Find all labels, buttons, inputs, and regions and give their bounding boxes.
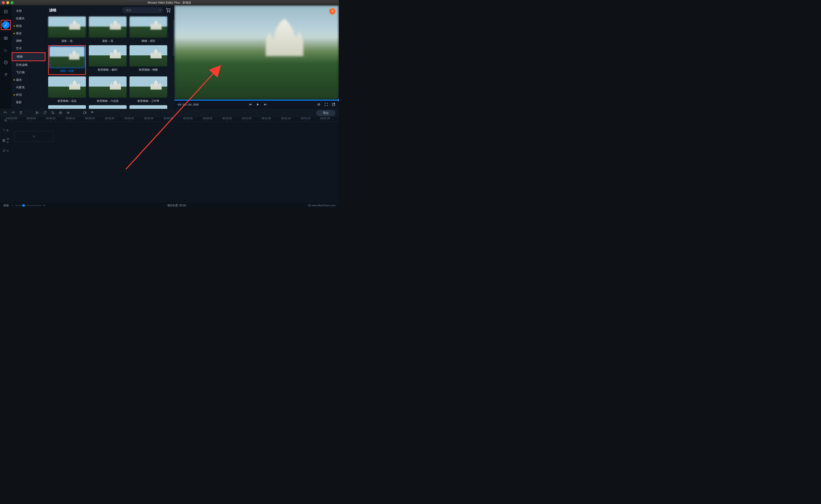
filter-panel-header: 滤镜 × (46, 5, 174, 15)
popout-button[interactable] (332, 103, 336, 107)
zoom-knob[interactable] (22, 204, 25, 207)
svg-point-17 (8, 139, 8, 139)
filters-tool[interactable] (2, 21, 10, 29)
filter-card[interactable]: 漫射 – 高 (89, 16, 126, 44)
help-button[interactable]: ? (329, 8, 336, 15)
timeline-track-controls: T (0, 117, 12, 203)
category-mosaic[interactable]: 马赛克 (12, 84, 45, 91)
svg-point-15 (7, 130, 7, 131)
filter-card[interactable]: 散景模糊 – 花朵 (48, 76, 86, 104)
marker-button[interactable] (90, 111, 94, 115)
redo-button[interactable] (11, 111, 15, 115)
ruler-tick: 00:00:40 (163, 117, 173, 122)
record-button[interactable] (83, 111, 87, 115)
progress-knob[interactable] (337, 99, 339, 101)
svg-point-8 (169, 12, 170, 12)
titles-tool[interactable]: TT (2, 46, 10, 54)
timeline-tracks[interactable]: + (12, 122, 339, 151)
redo-icon (11, 111, 15, 115)
category-vignette[interactable]: 晕影 (12, 99, 45, 106)
timeline-ruler[interactable]: 0:00:00:0000:00:0500:00:1000:00:1500:00:… (12, 117, 339, 122)
delete-button[interactable] (19, 111, 23, 115)
zoom-out-button[interactable]: − (11, 204, 13, 207)
search-input-wrap[interactable]: × (122, 7, 163, 13)
zoom-control: 缩放: − + (3, 204, 45, 207)
timeline-body[interactable]: 0:00:00:0000:00:0500:00:1000:00:1500:00:… (12, 117, 339, 203)
ruler-tick: 00:01:00 (242, 117, 252, 122)
watermark: Ⓜ www.MacDown.com (308, 204, 336, 207)
category-blur-highlight: 模糊 (12, 52, 45, 61)
filter-label: 漫射 – 低 (48, 38, 86, 44)
fullscreen-button[interactable] (324, 103, 328, 107)
clip-properties-button[interactable] (66, 111, 70, 115)
preview-canvas[interactable]: ? (174, 5, 339, 100)
filter-label: 散景模糊 – 爆炸! (89, 67, 126, 73)
eye-icon[interactable] (6, 129, 9, 132)
category-flying[interactable]: 飞行物 (12, 69, 45, 76)
rotate-icon (43, 111, 47, 115)
cut-button[interactable] (35, 111, 39, 115)
category-list: 全部 收藏夹 精选 噪音 调整 艺术 模糊 彩色滤镜 飞行物 漏光 马赛克 怀旧… (12, 5, 45, 109)
prev-frame-button[interactable] (248, 103, 252, 107)
skip-forward-icon (264, 103, 268, 106)
category-color[interactable]: 彩色滤镜 (12, 61, 45, 69)
category-lightleak[interactable]: 漏光 (12, 76, 45, 84)
play-button[interactable] (256, 103, 260, 107)
volume-button[interactable] (317, 103, 321, 107)
filter-thumb (129, 45, 167, 67)
crop-icon (51, 111, 55, 115)
category-noise[interactable]: 噪音 (12, 30, 45, 37)
search-input[interactable] (126, 9, 159, 12)
zoom-slider[interactable] (15, 205, 42, 206)
svg-point-18 (3, 151, 3, 152)
color-button[interactable] (59, 111, 62, 115)
undo-button[interactable] (3, 111, 7, 115)
sliders-icon (66, 111, 70, 115)
category-art[interactable]: 艺术 (12, 45, 45, 52)
volume-icon[interactable] (7, 149, 9, 152)
filter-card[interactable]: 散景模糊 – 蝴蝶 (129, 45, 167, 75)
undo-icon (3, 111, 7, 115)
filter-card[interactable] (129, 105, 167, 109)
preview-progress[interactable] (174, 100, 339, 101)
filter-panel-title: 滤镜 (49, 8, 56, 13)
category-favorites[interactable]: 收藏夹 (12, 15, 45, 22)
filter-card[interactable]: 散景模糊 – 三叶草 (129, 76, 167, 104)
category-all[interactable]: 全部 (12, 7, 45, 15)
category-featured[interactable]: 精选 (12, 22, 45, 30)
filter-card[interactable]: 散景模糊 – 爆炸! (89, 45, 126, 75)
titlebar: Movavi Video Editor Plus - 新项目 (0, 0, 339, 5)
next-frame-button[interactable] (264, 103, 268, 107)
timecode: 00:00:04.000 (178, 103, 199, 106)
filter-card-selected[interactable]: 模糊 – 轻微 (48, 45, 86, 75)
ruler-tick: 00:01:15 (301, 117, 310, 122)
category-retro[interactable]: 怀旧 (12, 91, 45, 99)
category-blur[interactable]: 模糊 (12, 53, 45, 60)
filter-card[interactable]: 散景模糊 – 六边形 (89, 76, 126, 104)
eye-icon[interactable] (7, 137, 9, 140)
volume-icon[interactable] (7, 141, 9, 144)
transitions-tool[interactable] (2, 34, 10, 42)
rotate-button[interactable] (43, 111, 47, 115)
export-button[interactable]: 导出 (316, 110, 336, 116)
filter-thumb (129, 76, 167, 98)
film-icon (2, 139, 6, 142)
fullscreen-icon (324, 103, 328, 106)
svg-point-12 (59, 111, 62, 114)
filter-card[interactable]: 漫射 – 低 (48, 16, 86, 44)
ruler-tick: 00:00:15 (66, 117, 75, 122)
category-adjust[interactable]: 调整 (12, 37, 45, 45)
crop-button[interactable] (51, 111, 55, 115)
more-tools-tool[interactable] (2, 71, 10, 78)
filter-label: 散景模糊 – 六边形 (89, 98, 126, 104)
add-media-slot[interactable]: + (15, 131, 53, 142)
filter-card[interactable]: 模糊 – 强烈 (129, 16, 167, 44)
volume-icon (317, 103, 321, 106)
cart-icon[interactable] (165, 7, 171, 13)
clear-search-button[interactable]: × (159, 8, 161, 12)
import-tool[interactable] (2, 8, 10, 15)
stickers-tool[interactable] (2, 59, 10, 66)
filter-card[interactable] (89, 105, 126, 109)
filter-thumb (48, 16, 86, 38)
filter-card[interactable] (48, 105, 86, 109)
